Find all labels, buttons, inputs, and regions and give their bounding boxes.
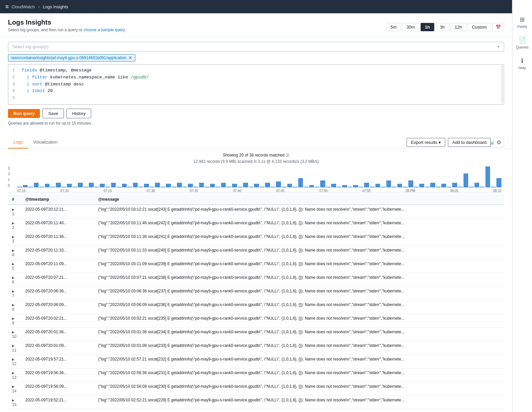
table-row[interactable]: ▶ 8 2022-05-09T20:06:09... {"log":"2022/… [8, 300, 504, 314]
log-group-select[interactable]: Select log group(s) ▾ [8, 42, 504, 52]
expand-icon[interactable]: ▶ [12, 249, 15, 252]
time-btn-custom[interactable]: Custom [467, 23, 491, 31]
expand-icon[interactable]: ▶ [12, 385, 15, 388]
histogram-y-axis: 3 2 1 0 [8, 166, 16, 187]
table-row[interactable]: ▶ 13 2022-05-09T19:56:36... {"log":"2022… [8, 368, 504, 382]
run-query-button[interactable]: Run query [8, 109, 40, 118]
histogram-bar [34, 183, 39, 187]
histogram-bar [56, 183, 61, 187]
expand-icon[interactable]: ▶ [12, 317, 15, 320]
help-icon: ℹ [521, 57, 523, 64]
histogram-bar [381, 187, 386, 187]
table-row[interactable]: ▶ 5 2022-05-09T20:11:09... {"log":"2022/… [8, 259, 504, 273]
row-expand-cell[interactable]: ▶ 14 [8, 382, 21, 395]
calendar-button[interactable]: 📅 [492, 23, 504, 31]
table-row[interactable]: ▶ 3 2022-05-09T20:11:36... {"log":"2022/… [8, 232, 504, 246]
table-row[interactable]: ▶ 10 2022-05-09T20:01:36... {"log":"2022… [8, 327, 504, 341]
histogram-bar [138, 187, 143, 187]
table-row[interactable]: ▶ 11 2022-05-09T20:01:09... {"log":"2022… [8, 341, 504, 355]
expand-icon[interactable]: ▶ [12, 398, 15, 402]
row-expand-cell[interactable]: ▶ 16 [8, 409, 21, 412]
expand-icon[interactable]: ▶ [12, 358, 15, 361]
row-expand-cell[interactable]: ▶ 10 [8, 327, 21, 341]
row-timestamp: 2022-05-09T19:56:36... [21, 368, 94, 382]
table-row[interactable]: ▶ 12 2022-05-09T19:57:21... {"log":"2022… [8, 355, 504, 368]
expand-icon[interactable]: ▶ [12, 276, 15, 279]
row-expand-cell[interactable]: ▶ 11 [8, 341, 21, 355]
expand-icon[interactable]: ▶ [12, 303, 15, 307]
time-btn-30m[interactable]: 30m [402, 23, 419, 31]
hamburger-icon[interactable]: ≡ [5, 3, 9, 10]
histogram-bar [298, 178, 303, 187]
tab-logs[interactable]: Logs [8, 136, 28, 149]
table-row[interactable]: ▶ 16 2022-05-09T19:51:36... {"log":"2022… [8, 409, 504, 412]
sidebar-item-help[interactable]: ℹ Help [518, 57, 526, 70]
row-message: {"log":"2022/05/10 03:06:36 socat[237] E… [94, 286, 504, 300]
row-expand-cell[interactable]: ▶ 12 [8, 355, 21, 368]
export-results-button[interactable]: Export results ▾ [407, 138, 445, 147]
row-expand-cell[interactable]: ▶ 7 [8, 286, 21, 300]
expand-icon[interactable]: ▶ [12, 262, 15, 266]
expand-icon[interactable]: ▶ [12, 235, 15, 239]
tabs-left: Logs Visualization [8, 136, 63, 149]
query-line-1: 1 fields @timestamp, @message [12, 67, 500, 74]
histogram-bar [67, 184, 72, 187]
tab-visualization[interactable]: Visualization [28, 136, 63, 149]
sidebar-item-fields[interactable]: ⊞ Fields [517, 16, 527, 29]
table-row[interactable]: ▶ 2 2022-05-09T20:11:46... {"log":"2022/… [8, 218, 504, 232]
row-expand-cell[interactable]: ▶ 9 [8, 314, 21, 327]
time-btn-5m[interactable]: 5m [386, 23, 401, 31]
row-expand-cell[interactable]: ▶ 2 [8, 218, 21, 232]
info-icon: ⓘ [286, 153, 289, 157]
table-row[interactable]: ▶ 7 2022-05-09T20:06:36... {"log":"2022/… [8, 286, 504, 300]
row-expand-cell[interactable]: ▶ 1 [8, 205, 21, 219]
sidebar-item-queries[interactable]: 📄 Queries [516, 37, 529, 49]
expand-icon[interactable]: ▶ [12, 289, 15, 293]
row-message: {"log":"2022/05/10 03:11:46 socat[242] E… [94, 218, 504, 232]
editor-scrollbar[interactable] [501, 65, 503, 104]
histogram-bar [111, 183, 116, 187]
row-expand-cell[interactable]: ▶ 8 [8, 300, 21, 314]
histogram-bar [348, 187, 353, 187]
row-expand-cell[interactable]: ▶ 15 [8, 395, 21, 409]
table-row[interactable]: ▶ 14 2022-05-09T19:56:09... {"log":"2022… [8, 382, 504, 395]
row-timestamp: 2022-05-09T19:51:36... [21, 409, 94, 412]
row-expand-cell[interactable]: ▶ 5 [8, 259, 21, 273]
fields-label: Fields [517, 25, 527, 29]
help-label: Help [518, 66, 526, 70]
histogram-bar [39, 187, 44, 187]
row-expand-cell[interactable]: ▶ 4 [8, 246, 21, 259]
expand-icon[interactable]: ▶ [12, 371, 15, 375]
table-row[interactable]: ▶ 6 2022-05-09T20:07:21... {"log":"2022/… [8, 273, 504, 286]
history-button[interactable]: History [66, 109, 91, 118]
expand-icon[interactable]: ▶ [12, 208, 15, 211]
remove-log-group-button[interactable]: ✕ [128, 55, 132, 60]
query-editor[interactable]: 1 fields @timestamp, @message 2 | filter… [8, 64, 504, 105]
row-message: {"log":"2022/05/10 02:56:36 socat[231] E… [94, 368, 504, 382]
settings-button[interactable]: ⚙ [493, 137, 504, 148]
expand-icon[interactable]: ▶ [12, 330, 15, 334]
histogram-bar [127, 187, 132, 187]
time-btn-1h[interactable]: 1h [421, 23, 434, 31]
row-expand-cell[interactable]: ▶ 6 [8, 273, 21, 286]
histogram-bar [419, 184, 424, 187]
table-row[interactable]: ▶ 4 2022-05-09T20:11:33... {"log":"2022/… [8, 246, 504, 259]
histogram-bar [72, 187, 77, 187]
save-button[interactable]: Save [43, 109, 64, 118]
table-row[interactable]: ▶ 1 2022-05-09T20:12:21... {"log":"2022/… [8, 205, 504, 219]
add-to-dashboard-button[interactable]: Add to dashboard [448, 138, 491, 147]
expand-icon[interactable]: ▶ [12, 221, 15, 225]
row-expand-cell[interactable]: ▶ 3 [8, 232, 21, 246]
right-sidebar: ⊞ Fields 📄 Queries ℹ Help [512, 0, 532, 412]
row-expand-cell[interactable]: ▶ 13 [8, 368, 21, 382]
sample-query-link[interactable]: choose a sample query [84, 28, 125, 32]
histogram-x-axis: 07:15 07:20 07:25 07:30 07:35 07:40 07:4… [17, 189, 501, 193]
row-timestamp: 2022-05-09T20:12:21... [21, 205, 94, 219]
table-row[interactable]: ▶ 15 2022-05-09T19:52:21... {"log":"2022… [8, 395, 504, 409]
query-actions: Run query Save History [8, 109, 504, 118]
nav-cloudwatch-link[interactable]: CloudWatch [12, 4, 35, 9]
time-btn-12h[interactable]: 12h [451, 23, 466, 31]
table-row[interactable]: ▶ 9 2022-05-09T20:02:21... {"log":"2022/… [8, 314, 504, 327]
time-btn-3h[interactable]: 3h [436, 23, 449, 31]
expand-icon[interactable]: ▶ [12, 344, 15, 348]
